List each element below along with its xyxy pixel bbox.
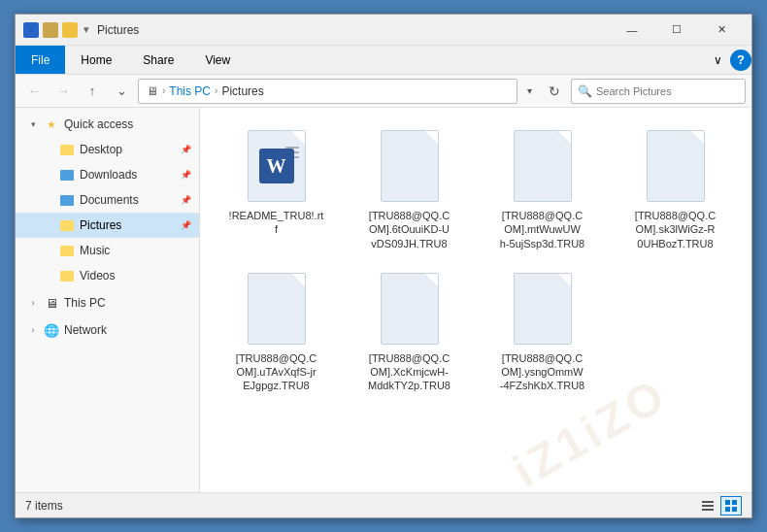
documents-pin-icon: 📌 [181,195,191,205]
pictures-icon [59,217,75,233]
generic-file-3 [514,130,572,202]
path-separator-2: › [215,85,217,96]
refresh-button[interactable]: ↻ [542,79,567,104]
svg-rect-6 [732,507,737,512]
file-item-5[interactable]: [TRU888@QQ.COM].uTAvXqfS-jrEJgpgz.TRU8 [216,266,337,397]
up-arrow-button[interactable]: ↑ [80,79,105,104]
file-name-5: [TRU888@QQ.COM].uTAvXqfS-jrEJgpgz.TRU8 [236,351,317,393]
sidebar-item-music[interactable]: Music [16,238,199,263]
expand-network-icon: › [27,325,39,335]
menubar: File Home Share View ∨ ? [16,46,751,75]
list-view-icon [701,499,715,513]
sidebar-item-pictures[interactable]: Pictures 📌 [16,213,199,238]
sidebar-downloads-label: Downloads [80,168,137,182]
downloads-pin-icon: 📌 [181,170,191,180]
sidebar-item-videos[interactable]: Videos [16,263,199,288]
thispc-icon: 🖥 [44,295,59,311]
sidebar-section-quick-access: ▾ Quick access Desktop 📌 Downloads 📌 [16,112,199,288]
grid-view-button[interactable] [720,496,742,515]
sidebar: ▾ Quick access Desktop 📌 Downloads 📌 [16,108,200,492]
recent-locations-button[interactable]: ⌄ [109,79,134,104]
sidebar-thispc-label: This PC [64,296,106,310]
generic-file-7 [514,273,572,345]
generic-file-6 [381,273,439,345]
network-icon: 🌐 [44,322,59,338]
titlebar: ▾ Pictures — ☐ ✕ [16,15,751,46]
sidebar-item-documents[interactable]: Documents 📌 [16,187,199,213]
sidebar-item-desktop[interactable]: Desktop 📌 [16,137,199,162]
file-icon-3 [508,127,578,205]
grid-view-icon [724,499,738,513]
pictures-pin-icon: 📌 [181,220,191,230]
sidebar-section-thispc: › 🖥 This PC [16,290,199,316]
menu-tab-view[interactable]: View [189,46,246,74]
file-name-readme: !README_TRU8!.rtf [228,209,325,237]
music-icon [59,243,75,258]
word-badge: W [259,149,294,183]
main-area: ▾ Quick access Desktop 📌 Downloads 📌 [16,108,751,492]
search-input[interactable] [596,85,739,97]
svg-rect-4 [732,500,737,505]
generic-file-5 [248,273,306,345]
menu-tab-share[interactable]: Share [127,46,189,74]
file-item-4[interactable]: [TRU888@QQ.COM].sk3lWiGz-R0UHBozT.TRU8 [615,123,736,254]
search-box[interactable]: 🔍 [571,79,746,104]
minimize-button[interactable]: — [610,15,654,46]
sidebar-documents-label: Documents [80,193,139,207]
close-button[interactable]: ✕ [699,15,744,46]
address-dropdown-button[interactable]: ▾ [521,85,538,96]
file-name-7: [TRU888@QQ.COM].ysngOmmW-4FZshKbX.TRU8 [500,351,584,393]
path-this-pc[interactable]: This PC [169,84,211,98]
file-name-6: [TRU888@QQ.COM].XcKmjcwH-MddkTY2p.TRU8 [368,351,450,393]
sidebar-music-label: Music [80,244,110,257]
svg-rect-3 [725,500,730,505]
word-file-shape: W [248,130,306,202]
videos-icon [59,268,75,283]
sidebar-item-downloads[interactable]: Downloads 📌 [16,162,199,187]
file-item-7[interactable]: [TRU888@QQ.COM].ysngOmmW-4FZshKbX.TRU8 [482,266,603,397]
expand-quick-access-icon: ▾ [27,119,39,129]
quick-access-icon [44,116,59,132]
sidebar-quick-access[interactable]: ▾ Quick access [16,112,199,137]
titlebar-icons: ▾ [23,22,89,38]
sidebar-section-network: › 🌐 Network [16,317,199,343]
file-item-readme[interactable]: W !README_TRU8!.rtf [216,123,337,254]
expand-arrow-icon: ∨ [714,53,722,67]
svg-rect-2 [702,509,714,511]
back-button[interactable]: ← [21,79,47,104]
file-icon-4 [641,127,711,205]
file-icon-5 [242,270,312,348]
desktop-pin-icon: 📌 [181,145,191,154]
statusbar: 7 items [16,492,751,517]
downloads-icon [59,167,75,183]
svg-rect-5 [725,507,730,512]
sidebar-this-pc[interactable]: › 🖥 This PC [16,290,199,316]
file-icon-6 [375,270,445,348]
window-title: Pictures [97,23,610,37]
sidebar-network[interactable]: › 🌐 Network [16,317,199,343]
app-icon-blue [23,22,39,38]
forward-button[interactable]: → [50,79,76,104]
addressbar: ← → ↑ ⌄ 🖥 › This PC › Pictures ▾ ↻ 🔍 [16,75,751,108]
file-item-3[interactable]: [TRU888@QQ.COM].mtWuwUWh-5ujSsp3d.TRU8 [482,123,603,254]
file-name-3: [TRU888@QQ.COM].mtWuwUWh-5ujSsp3d.TRU8 [500,209,584,250]
menu-tab-file[interactable]: File [16,46,65,74]
file-name-4: [TRU888@QQ.COM].sk3lWiGz-R0UHBozT.TRU8 [635,209,716,250]
file-name-2: [TRU888@QQ.COM].6tOuuiKD-UvDS09JH.TRU8 [369,209,450,250]
menu-expand[interactable]: ∨ [706,50,730,71]
path-pictures[interactable]: Pictures [221,84,263,98]
sidebar-desktop-label: Desktop [80,143,122,156]
maximize-button[interactable]: ☐ [654,15,699,46]
file-icon-readme: W [242,127,312,205]
file-item-2[interactable]: [TRU888@QQ.COM].6tOuuiKD-UvDS09JH.TRU8 [349,123,470,254]
address-path[interactable]: 🖥 › This PC › Pictures [138,79,517,104]
list-view-button[interactable] [697,496,718,515]
path-separator-1: › [162,85,165,96]
explorer-window: iZ1iZO ▾ Pictures — ☐ ✕ File Home Share … [15,14,752,518]
help-button[interactable]: ? [730,50,751,71]
path-icon: 🖥 [147,84,158,98]
sidebar-pictures-label: Pictures [80,218,121,232]
generic-file-4 [647,130,705,202]
menu-tab-home[interactable]: Home [65,46,127,74]
file-item-6[interactable]: [TRU888@QQ.COM].XcKmjcwH-MddkTY2p.TRU8 [349,266,470,397]
